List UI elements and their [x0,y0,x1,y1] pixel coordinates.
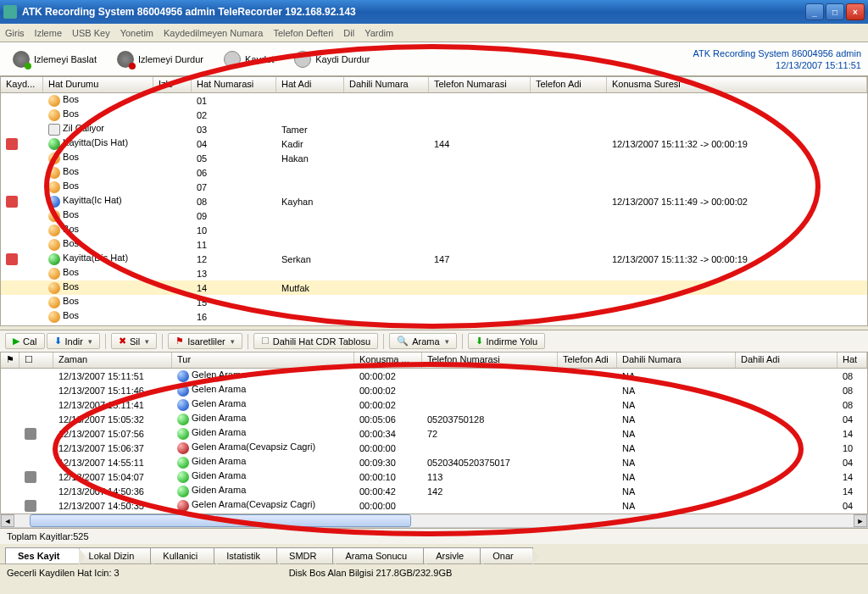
cell: 00:00:00 [354,501,422,511]
lower-table-header: ⚑☐ZamanTurKonusma ...Telefon NumarasiTel… [0,352,868,369]
call-row[interactable]: 12/13/2007 15:11:41 Gelen Arama00:00:02N… [1,397,867,412]
cell: Gelen Arama [172,384,354,396]
column-header[interactable]: Izle [153,77,192,92]
column-header[interactable]: Tur [172,353,354,368]
cell: 10 [192,225,276,236]
menu-item[interactable]: Izleme [35,28,62,38]
column-header[interactable]: Kayd... [1,77,43,92]
toolbar-button[interactable]: Izlemeyi Durdur [111,47,209,71]
menu-item[interactable]: Kaydedilmeyen Numara [164,28,263,38]
column-header[interactable]: ☐ [19,353,53,368]
call-row[interactable]: 12/13/2007 15:11:46 Gelen Arama00:00:02N… [1,383,867,397]
lower-table-body[interactable]: 12/13/2007 15:11:51 Gelen Arama00:00:02N… [0,369,868,514]
cell: 12/13/2007 15:06:37 [53,443,172,453]
cell: Bos [43,152,153,164]
column-header[interactable]: Hat Numarasi [192,77,276,92]
menu-item[interactable]: Dil [343,28,354,38]
horizontal-scrollbar[interactable]: ◄► [0,514,868,528]
column-header[interactable]: Konusma Suresi [607,77,867,92]
action-button[interactable]: ⬇Indirme Yolu [468,333,546,349]
call-row[interactable]: 12/13/2007 15:11:51 Gelen Arama00:00:02N… [1,369,867,383]
menu-item[interactable]: Telefon Defteri [273,28,333,38]
action-button[interactable]: ☐Dahili Hat CDR Tablosu [253,333,378,349]
line-row[interactable]: Kayitta(Dis Hat)12Serkan14712/13/2007 15… [1,252,867,266]
column-header[interactable]: Telefon Numarasi [429,77,531,92]
column-header[interactable]: Hat Durumu [43,77,153,92]
action-button[interactable]: ⬇Indir▾ [47,333,100,349]
call-row[interactable]: 12/13/2007 14:50:36 Giden Arama00:00:421… [1,484,867,498]
column-header[interactable]: Dahili Numara [344,77,429,92]
line-row[interactable]: Bos15 [1,295,867,309]
tab[interactable]: Lokal Dizin [76,547,154,563]
toolbar-button[interactable]: Kaydi Durdur [288,47,376,71]
column-header[interactable]: Hat [837,353,867,368]
menu-item[interactable]: Yardim [364,28,393,38]
cell: 14 [837,486,867,497]
action-button[interactable]: 🔍Arama▾ [389,333,456,349]
action-button[interactable]: ▶Cal [5,333,45,349]
close-button[interactable]: × [846,3,865,20]
column-header[interactable]: Telefon Adi [558,353,617,368]
call-row[interactable]: 12/13/2007 15:05:32 Giden Arama00:05:060… [1,412,867,426]
tab[interactable]: Ses Kayit [5,547,80,563]
tab[interactable]: Kullanici [150,547,217,563]
cell: 09 [192,211,276,221]
upper-table-body[interactable]: Bos01 Bos02 Zil Caliyor03Tamer Kayitta(D… [0,93,868,326]
tab[interactable]: Arsivle [423,547,483,563]
column-header[interactable]: Konusma ... [354,353,422,368]
call-row[interactable]: 12/13/2007 15:07:56 Giden Arama00:00:347… [1,426,867,441]
column-header[interactable]: Zaman [53,353,172,368]
cell: 08 [837,400,867,410]
line-row[interactable]: Bos11 [1,237,867,252]
cell [1,195,43,207]
tab[interactable]: SMDR [276,547,336,563]
column-header[interactable]: Hat Adi [276,77,344,92]
window-title: ATK Recording System 86004956 admin Tele… [22,6,805,18]
toolbar-button[interactable]: Kaydet [218,47,280,71]
line-row[interactable]: Bos16 [1,309,867,324]
column-header[interactable]: Telefon Numarasi [422,353,558,368]
status-icon [48,282,60,294]
minimize-button[interactable]: _ [805,3,824,20]
line-row[interactable]: Bos07 [1,180,867,194]
line-row[interactable]: Bos01 [1,93,867,108]
column-header[interactable]: Telefon Adi [531,77,607,92]
call-row[interactable]: 12/13/2007 15:04:07 Giden Arama00:00:101… [1,469,867,484]
line-row[interactable]: Bos02 [1,108,867,122]
cell: Zil Caliyor [43,123,153,135]
cell [19,427,53,439]
call-row[interactable]: 12/13/2007 14:55:11 Giden Arama00:09:300… [1,455,867,469]
action-button[interactable]: ✖Sil▾ [111,333,157,349]
menu-item[interactable]: Yonetim [120,28,153,38]
line-row[interactable]: Bos05Hakan [1,151,867,165]
tab[interactable]: Istatistik [214,547,280,563]
line-row[interactable]: Kayitta(Dis Hat)04Kadir14412/13/2007 15:… [1,136,867,151]
line-row[interactable]: Bos09 [1,208,867,223]
tab[interactable]: Onar [480,547,532,563]
action-button[interactable]: ⚑Isaretliler▾ [168,333,242,349]
menu-item[interactable]: Giris [5,28,25,38]
toolbar-button[interactable]: Izlemeyi Baslat [7,47,103,71]
call-row[interactable]: 12/13/2007 14:50:35 Gelen Arama(Cevapsiz… [1,498,867,513]
cell: 144 [429,139,531,149]
column-header[interactable]: Dahili Adi [736,353,837,368]
tab[interactable]: Arama Sonucu [332,547,426,563]
line-row[interactable]: Zil Caliyor03Tamer [1,122,867,136]
line-row[interactable]: Bos10 [1,223,867,237]
tab-bar: Ses KayitLokal DizinKullaniciIstatistikS… [0,544,868,564]
line-row[interactable]: Bos06 [1,165,867,180]
disk-icon [294,51,311,68]
cell [1,253,43,264]
line-row[interactable]: Kayitta(Ic Hat)08Kayhan12/13/2007 15:11:… [1,194,867,208]
column-header[interactable]: ⚑ [1,353,19,368]
cell: 12/13/2007 14:50:35 [53,501,172,511]
line-row[interactable]: Bos14Mutfak [1,280,867,295]
call-row[interactable]: 12/13/2007 15:06:37 Gelen Arama(Cevapsiz… [1,441,867,455]
menu-item[interactable]: USB Key [72,28,110,38]
maximize-button[interactable]: □ [826,3,844,20]
cell: 12/13/2007 15:05:32 [53,414,172,425]
cell: 05203750128 [422,414,558,425]
column-header[interactable]: Dahili Numara [617,353,736,368]
cell: 00:09:30 [354,458,422,468]
line-row[interactable]: Bos13 [1,266,867,280]
